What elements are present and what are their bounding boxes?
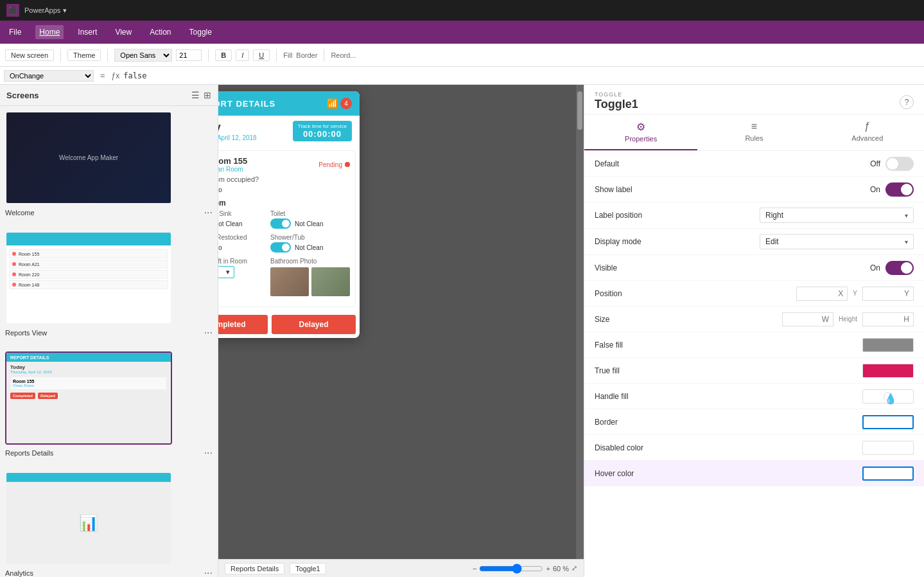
canvas-tab-details[interactable]: Reports Details (225, 563, 284, 574)
position-y-label: Y (853, 290, 857, 297)
screen-thumb-reports: Room 155 Room A21 Room 220 Room 148 (5, 231, 172, 324)
screens-list-icon[interactable]: ☰ (191, 90, 200, 100)
prop-disabled-color-value (684, 441, 914, 455)
zoom-fit-icon[interactable]: ⤢ (571, 564, 577, 573)
font-select[interactable]: Open Sans (114, 49, 172, 62)
hover-color-swatch[interactable] (862, 466, 914, 481)
prop-false-fill-value (684, 338, 914, 352)
prop-display-mode-text: Display mode (595, 237, 684, 246)
border-swatch[interactable] (862, 415, 914, 429)
underline-button[interactable]: U (253, 49, 270, 61)
row-dot-3 (12, 272, 16, 276)
panel-content: Default Off Show label On Labe (584, 151, 924, 577)
app-bathroom-grid: Bathroom Sink Not Clean Toilet (218, 210, 350, 299)
formula-input[interactable] (123, 71, 920, 80)
screen-name-details: Reports Details ··· (5, 447, 213, 459)
zoom-slider[interactable] (479, 564, 543, 574)
app-photo-2-placeholder (311, 267, 350, 296)
screen-item-reports[interactable]: Room 155 Room A21 Room 220 Room 148 Repo… (5, 231, 213, 339)
app-occupied-label: Is the room occupied? (218, 175, 350, 183)
show-label-toggle[interactable] (885, 182, 914, 197)
app-timer-label: Track time for service (298, 123, 347, 129)
menu-action[interactable]: Action (146, 25, 175, 39)
label-position-arrow: ▾ (905, 212, 908, 219)
visible-toggle[interactable] (885, 261, 914, 275)
app-towels-dropdown[interactable]: 1 ▾ (218, 266, 234, 278)
prop-disabled-color-label: Disabled color (595, 443, 684, 452)
disabled-color-swatch[interactable] (862, 441, 914, 455)
show-label-on-label: On (870, 185, 880, 194)
prop-hover-color-value (684, 466, 914, 481)
screen-name-welcome: Welcome ··· (5, 207, 213, 218)
bold-button[interactable]: B (215, 49, 232, 61)
position-x-input[interactable] (796, 287, 848, 301)
app-action-buttons: Completed Delayed (218, 311, 360, 338)
theme-button[interactable]: Theme (67, 49, 101, 61)
screen-item-details[interactable]: REPORT DETAILS Today Thursday, April 12,… (5, 351, 213, 459)
property-select[interactable]: OnChange (4, 70, 94, 82)
new-screen-button[interactable]: New screen (5, 49, 54, 61)
app-photo-row (270, 267, 350, 296)
default-toggle[interactable] (885, 157, 914, 171)
canvas-tab-toggle[interactable]: Toggle1 (290, 563, 326, 574)
screens-grid-icon[interactable]: ⊞ (204, 90, 211, 100)
delayed-button[interactable]: Delayed (272, 315, 356, 334)
menu-view[interactable]: View (111, 25, 135, 39)
screen-item-welcome[interactable]: Welcome App Maker Welcome ··· (5, 111, 213, 218)
app-photo-2 (311, 267, 350, 296)
menu-toggle[interactable]: Toggle (186, 25, 216, 39)
false-fill-swatch[interactable] (862, 338, 914, 352)
tab-rules[interactable]: ≡ Rules (697, 114, 810, 150)
menu-home[interactable]: Home (35, 25, 64, 39)
prop-show-label: Show label On (584, 177, 924, 202)
prop-position-value: Y (684, 287, 914, 301)
canvas-scrollbar[interactable] (576, 85, 584, 559)
canvas-bottom: Reports Details Toggle1 − + 60 % ⤢ (218, 559, 584, 577)
toolbar-sep-5 (324, 49, 324, 62)
analytics-more-icon[interactable]: ··· (204, 567, 213, 577)
details-more-icon[interactable]: ··· (204, 447, 213, 459)
panel-name-label: Toggle1 (595, 98, 914, 111)
zoom-minus[interactable]: − (473, 565, 476, 573)
font-size-input[interactable] (176, 49, 202, 61)
panel-help-button[interactable]: ? (900, 95, 914, 109)
canvas-scrollbar-thumb[interactable] (577, 91, 582, 130)
menu-insert[interactable]: Insert (74, 25, 101, 39)
handle-fill-swatch[interactable]: 💧 (862, 389, 914, 404)
app-name-chevron[interactable]: ▾ (63, 6, 67, 15)
zoom-level: 60 % (553, 565, 569, 573)
display-mode-select[interactable]: Edit ▾ (760, 234, 914, 249)
app-pending-dot (345, 162, 350, 167)
app-photo-1 (270, 267, 309, 296)
screen-item-analytics[interactable]: 📊 Analytics ··· (5, 472, 213, 577)
completed-button[interactable]: Completed (218, 315, 268, 334)
app-title: REPORT DETAILS (218, 99, 327, 109)
zoom-plus[interactable]: + (546, 565, 550, 573)
size-h-input[interactable] (862, 312, 914, 326)
properties-tab-label: Properties (625, 135, 657, 143)
app-toiletries-label: Toiletries Restocked (218, 234, 266, 241)
menu-file[interactable]: File (5, 25, 25, 39)
app-pending-label: Pending (318, 161, 342, 168)
size-w-input[interactable] (782, 312, 833, 326)
screens-toolbar: ☰ ⊞ (191, 90, 211, 100)
app-sink-label: Bathroom Sink (218, 210, 266, 217)
app-shower-toggle-row: Not Clean (270, 242, 350, 253)
true-fill-swatch[interactable] (862, 364, 914, 378)
app-toilet-toggle[interactable] (270, 218, 291, 229)
italic-button[interactable]: I (236, 49, 249, 61)
prop-handle-fill: Handle fill 💧 (584, 384, 924, 409)
app-room-card: 🛏 Room 155 Clean Room Pending Is the (218, 150, 356, 307)
app-toiletries-toggle-row: No (218, 242, 266, 253)
reports-more-icon[interactable]: ··· (204, 327, 213, 339)
label-position-select[interactable]: Right ▾ (760, 208, 914, 223)
tab-advanced[interactable]: ƒ Advanced (811, 114, 924, 150)
details-preview-content: Today Thursday, April 12, 2018 Room 155 … (6, 362, 171, 402)
report-row-2: Room A21 (9, 260, 168, 269)
analytics-preview-header (6, 473, 171, 482)
tab-properties[interactable]: ⚙ Properties (584, 114, 697, 150)
position-y-input[interactable] (862, 287, 914, 301)
app-shower-toggle[interactable] (270, 242, 291, 253)
prop-default-label: Default (595, 159, 684, 168)
welcome-more-icon[interactable]: ··· (204, 207, 213, 218)
